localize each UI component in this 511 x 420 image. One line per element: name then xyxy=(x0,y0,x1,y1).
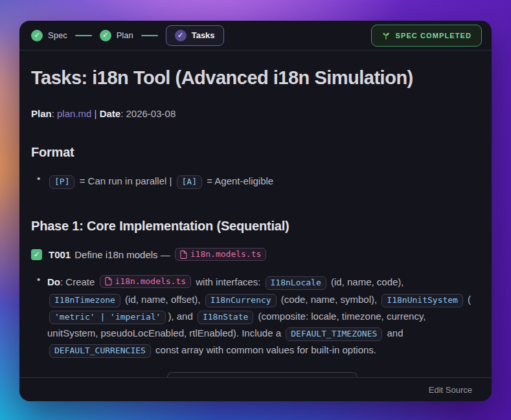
step-connector xyxy=(141,35,158,36)
spec-completed-badge: SPEC COMPLETED xyxy=(371,25,482,47)
badge-label: SPEC COMPLETED xyxy=(396,32,471,39)
format-legend-text: [P] = Can run in parallel | [A] = Agent-… xyxy=(47,173,480,190)
phase1-heading: Phase 1: Core Implementation (Sequential… xyxy=(31,219,480,234)
tasks-document[interactable]: Tasks: i18n Tool (Advanced i18n Simulati… xyxy=(19,50,492,377)
page-title: Tasks: i18n Tool (Advanced i18n Simulati… xyxy=(31,67,480,89)
task-do-item: • Do: Create i18n.models.ts with interfa… xyxy=(31,274,480,359)
task-t001-row: ✓ T001 Define i18n models — i18n.models.… xyxy=(31,248,480,261)
step-plan[interactable]: ✓ Plan xyxy=(100,30,133,41)
plan-link[interactable]: plan.md xyxy=(57,108,91,119)
inline-code-chip: 'metric' | 'imperial' xyxy=(49,311,166,324)
step-tasks-label: Tasks xyxy=(192,30,215,40)
file-chip[interactable]: i18n.models.ts xyxy=(175,248,267,261)
date-label: Date xyxy=(100,108,121,119)
step-tasks[interactable]: ✓ Tasks xyxy=(166,25,224,46)
date-value: : 2026-03-08 xyxy=(120,108,176,119)
next-block-peek xyxy=(167,372,358,377)
file-chip[interactable]: i18n.models.ts xyxy=(100,275,192,289)
seedling-icon xyxy=(381,31,391,40)
text-run: (id, name, offset), xyxy=(122,294,203,305)
task-title: Define i18n models — xyxy=(74,249,170,260)
inline-code-chip: DEFAULT_TIMEZONES xyxy=(286,327,382,341)
inline-code-chip: DEFAULT_CURRENCIES xyxy=(49,344,151,358)
inline-code-chip: I18nState xyxy=(198,311,253,324)
inline-code-chip: [P] xyxy=(49,175,74,189)
format-legend-item: • [P] = Can run in parallel | [A] = Agen… xyxy=(31,173,480,190)
check-circle-icon: ✓ xyxy=(175,30,187,41)
check-circle-icon: ✓ xyxy=(31,30,43,41)
text-run: with interfaces: xyxy=(193,276,263,287)
text-run: ), and xyxy=(168,311,196,322)
inline-code-chip: I18nTimezone xyxy=(49,294,120,307)
bullet-icon: • xyxy=(31,274,47,359)
inline-code-chip: I18nUnitSystem xyxy=(381,294,463,307)
document-icon xyxy=(180,250,187,259)
text-run: ( xyxy=(465,294,471,305)
task-id: T001 xyxy=(49,249,71,260)
meta-divider: | xyxy=(91,108,99,119)
meta-line: Plan: plan.md | Date: 2026-03-08 xyxy=(31,108,480,119)
text-run: const array with common values for built… xyxy=(153,344,376,355)
inline-code-chip: I18nLocale xyxy=(266,276,326,290)
file-chip-label: i18n.models.ts xyxy=(190,249,262,260)
inline-code-chip: [A] xyxy=(177,175,202,189)
format-heading: Format xyxy=(31,145,480,160)
bullet-icon: • xyxy=(31,173,47,190)
text-run: : Create xyxy=(60,276,98,287)
tasks-card: ✓ Spec ✓ Plan ✓ Tasks SPEC COMPLETED xyxy=(19,21,492,401)
task-do-text: Do: Create i18n.models.ts with interface… xyxy=(47,274,480,359)
text-run: (code, name, symbol), xyxy=(278,294,380,305)
inline-code-chip: I18nCurrency xyxy=(205,294,277,307)
file-chip-label: i18n.models.ts xyxy=(115,276,187,287)
plan-separator: : xyxy=(52,108,57,119)
document-icon xyxy=(105,277,112,285)
plan-label: Plan xyxy=(31,108,52,119)
card-header: ✓ Spec ✓ Plan ✓ Tasks SPEC COMPLETED xyxy=(19,21,492,50)
step-plan-label: Plan xyxy=(117,30,133,40)
step-spec-label: Spec xyxy=(48,30,67,40)
text-run: = Can run in parallel | xyxy=(76,175,174,186)
task-checkbox-checked[interactable]: ✓ xyxy=(31,249,42,260)
text-run: (id, name, code), xyxy=(328,276,404,287)
text-run: and xyxy=(384,327,403,338)
check-circle-icon: ✓ xyxy=(100,30,111,41)
bold-text: Do xyxy=(47,276,60,287)
text-run: = Agent-eligible xyxy=(204,175,273,186)
step-spec[interactable]: ✓ Spec xyxy=(31,30,67,41)
card-footer: Edit Source xyxy=(19,377,492,401)
edit-source-link[interactable]: Edit Source xyxy=(429,385,472,395)
step-connector xyxy=(75,35,92,36)
workflow-stepper: ✓ Spec ✓ Plan ✓ Tasks xyxy=(31,25,224,46)
